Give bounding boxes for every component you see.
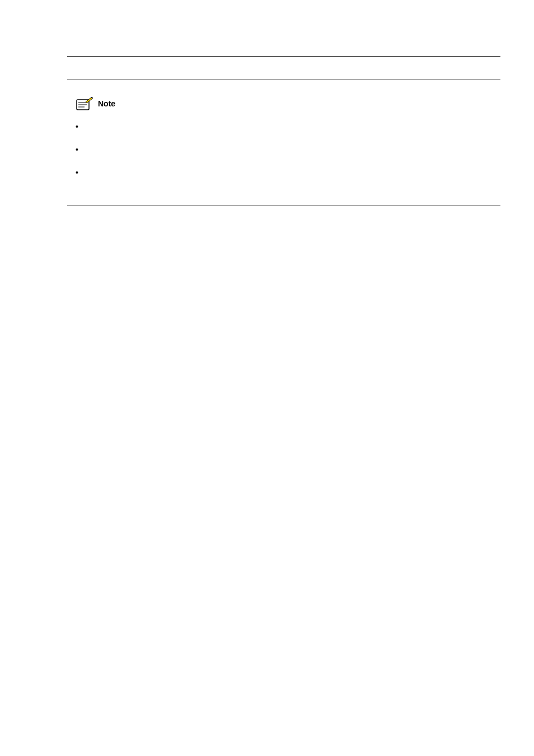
note-label: Note [98,99,115,108]
note-header: Note [76,96,500,111]
horizontal-rule-top [67,56,500,57]
note-bullet-list [76,122,500,188]
horizontal-rule-inner-top [67,79,500,80]
list-item [76,145,500,165]
horizontal-rule-inner-bottom [67,205,500,206]
note-icon [76,96,93,111]
list-item [76,122,500,142]
list-item [76,168,500,188]
